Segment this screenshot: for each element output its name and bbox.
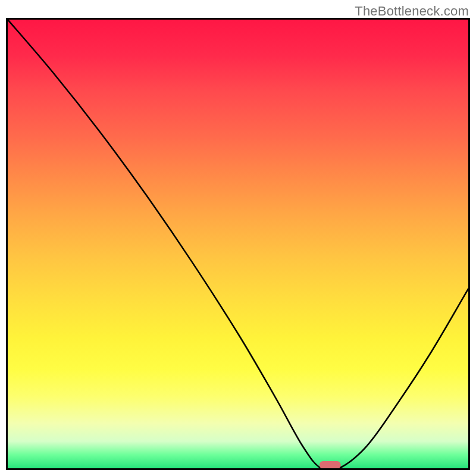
optimal-point-marker [320,461,341,468]
bottleneck-curve-svg [8,20,468,468]
chart-frame [6,18,470,470]
watermark-text: TheBottleneck.com [355,4,469,19]
bottleneck-curve-line [8,20,468,468]
